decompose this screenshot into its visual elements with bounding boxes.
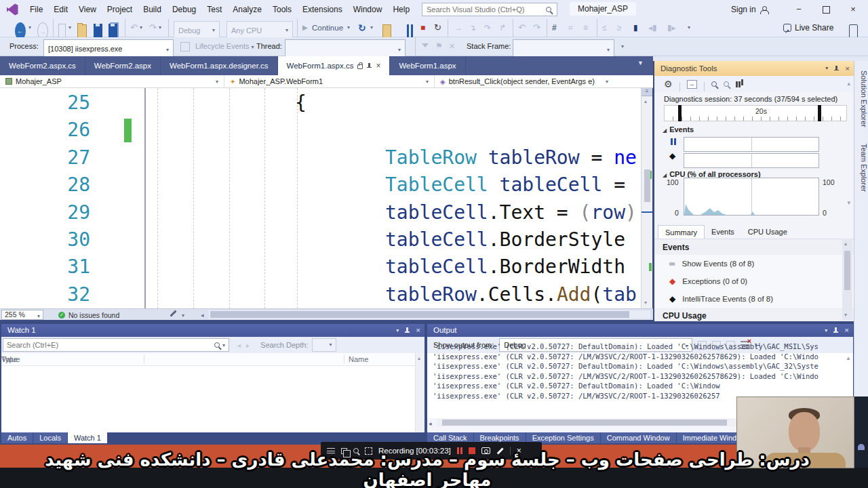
restore-button[interactable] (812, 0, 840, 19)
menu-build[interactable]: Build (138, 0, 167, 19)
search-options-icon[interactable]: ▾ (222, 342, 225, 348)
close-tab-icon[interactable]: × (376, 56, 380, 75)
zoom-in-icon[interactable] (711, 81, 717, 87)
editor-vertical-scrollbar[interactable]: ≡ ▴ ▾ (641, 88, 652, 308)
zoom-out-icon[interactable] (724, 81, 729, 87)
continue-button[interactable]: Continue (312, 19, 343, 37)
diag-summary-item[interactable]: ∞Show Events (8 of 8) (654, 255, 854, 272)
events-timeline-row[interactable] (684, 137, 819, 152)
split-editor-handle[interactable]: ≡ (642, 88, 652, 96)
restart-dropdown-icon[interactable]: ▾ (370, 19, 373, 37)
menu-project[interactable]: Project (102, 0, 138, 19)
column-header-type[interactable]: Type (1, 353, 18, 366)
side-tab-solution-explorer[interactable]: Solution Explorer (854, 64, 868, 134)
search-depth-dropdown[interactable]: ▾ (312, 338, 336, 352)
code-text[interactable]: TableRow tableRow = ne (385, 144, 637, 171)
watch-grid[interactable] (1, 366, 415, 432)
menu-help[interactable]: Help (387, 0, 415, 19)
lifecycle-events-dropdown[interactable]: Lifecycle Events ▾ (195, 37, 254, 56)
search-back-icon[interactable]: ◂ (237, 342, 241, 349)
close-icon[interactable]: × (416, 324, 420, 337)
window-position-icon[interactable]: ▾ (396, 324, 399, 337)
continue-play-icon[interactable]: ▶ (302, 19, 308, 37)
type-dropdown[interactable]: ✦ Mohajer_ASP.WebForm1 ▾ (224, 75, 435, 87)
project-dropdown[interactable]: Mohajer_ASP ▾ (0, 75, 224, 87)
issues-indicator[interactable]: ✓ No issues found (58, 310, 119, 320)
tab-autos[interactable]: Autos (1, 432, 33, 443)
redo-dropdown-icon[interactable]: ▾ (159, 19, 161, 37)
selection-start-marker[interactable] (678, 105, 682, 121)
menu-edit[interactable]: Edit (48, 0, 73, 19)
redo-nav-icon[interactable]: ↷ (533, 19, 540, 37)
scrollbar-thumb[interactable] (644, 169, 650, 202)
doc-tab[interactable]: WebForm2.aspx (85, 56, 161, 75)
diag-tab-cpu-usage[interactable]: CPU Usage (741, 225, 794, 239)
parallel-stacks-icon[interactable]: ⌗ (568, 19, 573, 37)
diag-summary-item[interactable]: ◆Exceptions (0 of 0) (654, 272, 854, 290)
flag-threads-icon[interactable]: ⚑ (435, 37, 443, 56)
editor-zoom-dropdown[interactable]: 255 %▾ (1, 310, 43, 320)
restart-icon[interactable]: ↻ (358, 19, 366, 37)
scroll-down-icon[interactable]: ▾ (847, 199, 850, 206)
scroll-up-icon[interactable]: ▴ (644, 98, 647, 104)
intellitrace-timeline-row[interactable] (684, 153, 819, 168)
solution-platforms-dropdown[interactable]: Any CPU▾ (226, 21, 293, 39)
code-text[interactable]: tableCell.BorderStyle (385, 226, 625, 253)
indent-decrease-icon[interactable]: ≤ (602, 19, 607, 37)
pin-icon[interactable] (834, 66, 839, 72)
scroll-up-icon[interactable]: ▴ (844, 241, 847, 247)
code-editor[interactable]: 25{2627TableRow tableRow = ne28TableCell… (0, 88, 641, 308)
code-cleanup-dropdown-icon[interactable]: ▾ (182, 312, 184, 319)
procbar-overflow-icon[interactable]: ▾ (621, 37, 624, 56)
search-forward-icon[interactable]: ▸ (246, 342, 250, 349)
vs-search-box[interactable] (422, 3, 557, 16)
new-file-dropdown-icon[interactable]: ▾ (68, 19, 71, 37)
tasks-icon[interactable]: ≡ (583, 19, 588, 37)
scroll-down-icon[interactable]: ▾ (644, 300, 647, 306)
minimize-button[interactable]: − (785, 0, 812, 19)
window-position-icon[interactable]: ▾ (825, 61, 828, 76)
scrollbar-thumb[interactable] (210, 311, 629, 318)
tab-list-dropdown-icon[interactable]: ▼ (637, 60, 644, 66)
summary-scrollbar[interactable]: ▴ ▾ (842, 239, 852, 320)
cpu-chart[interactable] (684, 178, 819, 216)
timeline-ruler[interactable]: 20s (664, 105, 847, 121)
settings-gear-icon[interactable]: ⚙ (664, 79, 673, 89)
step-into-icon[interactable]: ↴ (469, 19, 476, 37)
prev-bookmark-icon[interactable]: ◂▮ (648, 19, 657, 37)
output-panel-header[interactable]: Output ▾× (427, 324, 853, 337)
tab-locals[interactable]: Locals (33, 432, 68, 443)
window-position-icon[interactable]: ▾ (825, 324, 827, 337)
code-text[interactable]: tableCell.Text = (row) (385, 199, 637, 226)
diag-tab-summary[interactable]: Summary (658, 225, 705, 239)
clear-flags-icon[interactable]: ✕ (449, 37, 455, 56)
doc-tab[interactable]: WebForm1.aspx.cs× (278, 56, 391, 75)
menu-analyze[interactable]: Analyze (227, 0, 267, 19)
menu-window[interactable]: Window (348, 0, 388, 19)
column-header-name[interactable]: Name (349, 353, 368, 366)
menu-view[interactable]: View (73, 0, 102, 19)
scroll-down-icon[interactable]: ▾ (844, 312, 847, 318)
step-over-icon[interactable]: ↷ (484, 19, 491, 37)
undo-dropdown-icon[interactable]: ▾ (140, 19, 142, 37)
menu-debug[interactable]: Debug (167, 0, 201, 19)
live-share-button[interactable]: Live Share (783, 19, 833, 37)
code-text[interactable]: { (295, 89, 307, 117)
undo-icon[interactable]: ↶ (130, 19, 138, 37)
indent-increase-icon[interactable]: ≥ (617, 19, 622, 37)
member-dropdown[interactable]: ◈ btnResult_Click(object sender, EventAr… (435, 75, 614, 87)
menu-test[interactable]: Test (201, 0, 227, 19)
scrollbar-thumb[interactable] (442, 420, 727, 426)
notification-bell-icon[interactable] (858, 444, 865, 450)
watch-search-box[interactable]: ▾ (3, 338, 229, 352)
close-icon[interactable]: × (845, 61, 850, 76)
step-out-icon[interactable]: ↱ (499, 19, 506, 37)
doc-tab[interactable]: WebForm1.aspx.designer.cs (161, 56, 278, 75)
menu-extensions[interactable]: Extensions (297, 0, 348, 19)
continue-dropdown-icon[interactable]: ▾ (347, 19, 350, 37)
thread-dropdown[interactable]: ▾ (285, 39, 406, 58)
next-bookmark-icon[interactable]: ▮▸ (667, 19, 676, 37)
watch-panel-header[interactable]: Watch 1 ▾× (1, 324, 425, 337)
diag-tab-events[interactable]: Events (705, 225, 741, 239)
close-icon[interactable]: × (844, 324, 849, 337)
